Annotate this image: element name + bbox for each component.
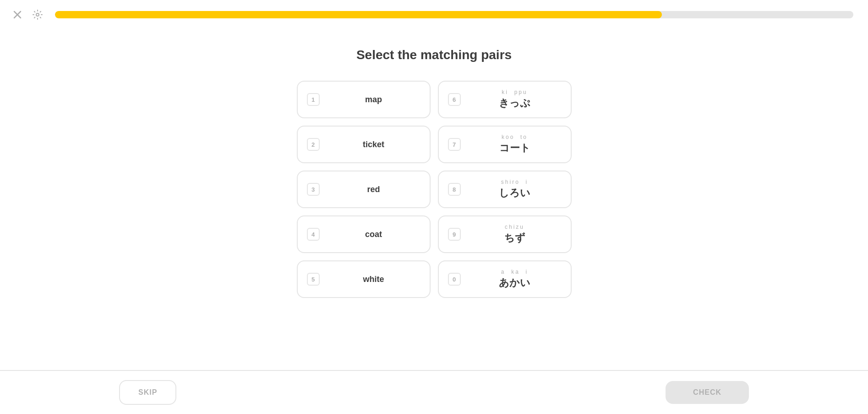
card-number-4: 4 xyxy=(307,228,320,241)
card-number-3: 3 xyxy=(307,183,320,196)
card-romaji-7: koo to xyxy=(502,134,528,140)
header xyxy=(0,0,868,29)
card-japanese-0: a ka i あかい xyxy=(468,269,562,290)
card-text-3: red xyxy=(327,185,420,194)
card-romaji-8: shiro i xyxy=(501,179,528,185)
card-kana-6: きっぷ xyxy=(499,96,530,110)
card-text-5: white xyxy=(327,275,420,284)
card-number-0: 0 xyxy=(448,273,461,286)
card-text-4: coat xyxy=(327,230,420,239)
card-japanese-9: chizu ちず xyxy=(468,224,562,245)
card-romaji-6: ki ppu xyxy=(502,89,527,95)
skip-button[interactable]: SKIP xyxy=(119,380,176,405)
card-kana-7: コート xyxy=(499,141,530,155)
card-number-7: 7 xyxy=(448,138,461,151)
page-title: Select the matching pairs xyxy=(356,48,512,62)
svg-point-2 xyxy=(36,13,39,16)
card-left-5[interactable]: 5 white xyxy=(297,260,431,298)
card-japanese-7: koo to コート xyxy=(468,134,562,155)
progress-bar-fill xyxy=(55,11,662,18)
card-left-1[interactable]: 1 map xyxy=(297,81,431,118)
card-kana-9: ちず xyxy=(504,231,525,245)
footer: SKIP CHECK xyxy=(0,370,868,414)
progress-bar-container xyxy=(55,11,853,18)
card-number-1: 1 xyxy=(307,93,320,106)
card-japanese-8: shiro i しろい xyxy=(468,179,562,200)
close-icon[interactable] xyxy=(11,8,24,21)
card-right-9[interactable]: 9 chizu ちず xyxy=(438,215,572,253)
card-number-2: 2 xyxy=(307,138,320,151)
card-right-0[interactable]: 0 a ka i あかい xyxy=(438,260,572,298)
card-number-5: 5 xyxy=(307,273,320,286)
card-text-2: ticket xyxy=(327,140,420,149)
card-number-8: 8 xyxy=(448,183,461,196)
card-kana-8: しろい xyxy=(499,186,530,200)
main-content: Select the matching pairs 1 map 6 ki ppu… xyxy=(0,29,868,307)
card-romaji-9: chizu xyxy=(505,224,524,230)
card-romaji-0: a ka i xyxy=(501,269,528,275)
card-right-7[interactable]: 7 koo to コート xyxy=(438,126,572,163)
card-left-2[interactable]: 2 ticket xyxy=(297,126,431,163)
card-kana-0: あかい xyxy=(499,276,530,290)
card-japanese-6: ki ppu きっぷ xyxy=(468,89,562,110)
card-text-1: map xyxy=(327,95,420,105)
check-button[interactable]: CHECK xyxy=(666,381,749,404)
card-right-8[interactable]: 8 shiro i しろい xyxy=(438,171,572,208)
card-right-6[interactable]: 6 ki ppu きっぷ xyxy=(438,81,572,118)
card-number-6: 6 xyxy=(448,93,461,106)
card-left-3[interactable]: 3 red xyxy=(297,171,431,208)
settings-icon[interactable] xyxy=(31,8,44,21)
card-left-4[interactable]: 4 coat xyxy=(297,215,431,253)
card-number-9: 9 xyxy=(448,228,461,241)
pairs-grid: 1 map 6 ki ppu きっぷ 2 ticket 7 koo to コート… xyxy=(297,81,572,298)
